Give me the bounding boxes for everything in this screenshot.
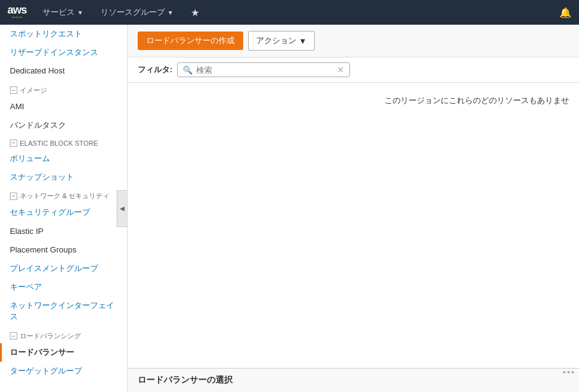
sidebar-collapse-button[interactable]: ◀ [117, 190, 128, 227]
sidebar-item-target-groups[interactable]: ターゲットグループ [0, 362, 127, 380]
sidebar-item-placement-groups-jp[interactable]: プレイスメントグループ [0, 259, 127, 278]
action-chevron-icon: ▼ [299, 36, 307, 46]
filter-bar: フィルタ: 🔍 ✕ [128, 57, 579, 83]
create-lb-button[interactable]: ロードバランサーの作成 [138, 31, 243, 50]
nav-star-icon[interactable]: ★ [185, 7, 206, 19]
sidebar-item-load-balancers[interactable]: ロードバランサー [0, 343, 127, 362]
nav-services[interactable]: サービス ▼ [36, 0, 90, 25]
sidebar-section-images: − イメージ [0, 81, 127, 98]
empty-message: このリージョンにこれらのどのリソースもありませ [128, 83, 579, 119]
filter-clear-icon[interactable]: ✕ [337, 65, 344, 75]
toolbar: ロードバランサーの作成 アクション ▼ [128, 25, 579, 57]
sidebar: ◀ スポットリクエスト リザーブドインスタンス Dedicated Host −… [0, 25, 128, 392]
sidebar-item-key-pairs[interactable]: キーペア [0, 278, 127, 296]
bottom-panel-title: ロードバランサーの選択 [138, 375, 233, 386]
nav-resource-groups[interactable]: リソースグループ ▼ [94, 0, 180, 25]
top-nav: aws ~~~ サービス ▼ リソースグループ ▼ ★ 🔔 [0, 0, 579, 25]
sidebar-item-network-interfaces[interactable]: ネットワークインターフェイス [0, 296, 127, 326]
content-area: このリージョンにこれらのどのリソースもありませ [128, 83, 579, 368]
sidebar-section-network: − ネットワーク & セキュリティ [0, 186, 127, 203]
sidebar-section-lb: − ロードバランシング [0, 327, 127, 343]
sidebar-item-security-groups[interactable]: セキュリティグループ [0, 203, 127, 222]
nav-bell-icon[interactable]: 🔔 [559, 7, 572, 19]
filter-input-wrap: 🔍 ✕ [177, 62, 350, 77]
sidebar-item-bundle-task[interactable]: バンドルタスク [0, 116, 127, 135]
sidebar-item-snapshots[interactable]: スナップショット [0, 168, 127, 186]
resize-handle[interactable] [563, 371, 574, 373]
resource-groups-chevron-icon: ▼ [167, 9, 173, 16]
sidebar-section-network-toggle[interactable]: − [10, 193, 17, 200]
sidebar-item-reserved-instances[interactable]: リザーブドインスタンス [0, 43, 127, 62]
main-layout: ◀ スポットリクエスト リザーブドインスタンス Dedicated Host −… [0, 25, 579, 392]
services-chevron-icon: ▼ [77, 9, 83, 16]
sidebar-section-ebs-toggle[interactable]: − [10, 140, 17, 147]
search-icon: 🔍 [183, 65, 193, 75]
action-button[interactable]: アクション ▼ [248, 31, 315, 51]
sidebar-section-lb-toggle[interactable]: − [10, 332, 17, 340]
sidebar-item-volumes[interactable]: ボリューム [0, 149, 127, 168]
sidebar-item-elastic-ip[interactable]: Elastic IP [0, 222, 127, 241]
aws-logo[interactable]: aws ~~~ [7, 4, 27, 21]
bottom-panel: ロードバランサーの選択 [128, 368, 579, 392]
filter-label: フィルタ: [138, 64, 172, 75]
sidebar-section-images-toggle[interactable]: − [10, 86, 17, 94]
sidebar-item-dedicated-host[interactable]: Dedicated Host [0, 62, 127, 80]
sidebar-section-ebs: − ELASTIC BLOCK STORE [0, 135, 127, 149]
sidebar-item-ami[interactable]: AMI [0, 98, 127, 116]
search-input[interactable] [196, 65, 333, 75]
sidebar-item-placement-groups[interactable]: Placement Groups [0, 241, 127, 259]
sidebar-item-spot-request[interactable]: スポットリクエスト [0, 25, 127, 43]
main-content: ロードバランサーの作成 アクション ▼ フィルタ: 🔍 ✕ このリージョンにこれ… [128, 25, 579, 392]
